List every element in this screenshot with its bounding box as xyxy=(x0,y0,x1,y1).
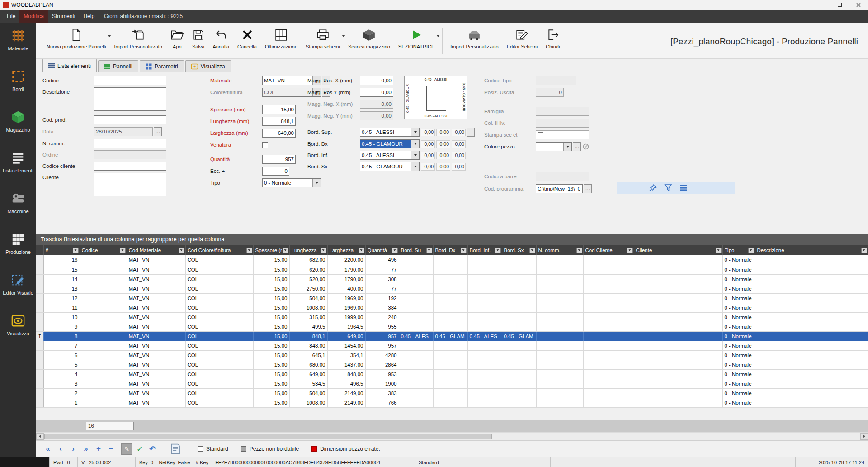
magg-neg-x-input[interactable]: 0,00 xyxy=(360,100,393,109)
cell-spessore[interactable]: 15,00 xyxy=(253,398,289,407)
cell-cod_colore[interactable]: COL xyxy=(185,369,253,379)
cell-cod_cliente[interactable] xyxy=(583,379,634,388)
column-header-spessore[interactable]: Spessore (n xyxy=(253,245,289,255)
column-filter-button[interactable] xyxy=(529,248,535,253)
cell-n_comm[interactable] xyxy=(536,322,583,331)
sidebar-item-magazzino[interactable]: Magazzino xyxy=(0,110,36,150)
row-indicator-cell[interactable] xyxy=(36,379,43,388)
cell-tipo[interactable]: 0 - Normale xyxy=(722,265,755,274)
chevron-down-icon[interactable] xyxy=(436,35,440,37)
cell-cod_materiale[interactable]: MAT_VN xyxy=(127,265,185,274)
column-filter-button[interactable] xyxy=(73,248,79,253)
cell-cod_cliente[interactable] xyxy=(583,331,634,341)
menu-modifica[interactable]: Modifica xyxy=(19,10,48,23)
cod-programma-browse-button[interactable]: … xyxy=(584,184,592,193)
tab-visualizza[interactable]: Visualizza xyxy=(185,60,231,72)
cell-bord_sx[interactable] xyxy=(502,303,536,312)
cell-cod_colore[interactable]: COL xyxy=(185,350,253,360)
cell-bord_sx[interactable] xyxy=(502,341,536,350)
cell-tipo[interactable]: 0 - Normale xyxy=(722,388,755,398)
cell-lunghezza[interactable]: 504,00 xyxy=(289,293,327,303)
list-view-icon[interactable] xyxy=(679,184,688,191)
cell-bord_inf[interactable] xyxy=(467,398,502,407)
cell-lunghezza[interactable]: 848,1 xyxy=(289,331,327,341)
last-record-button[interactable]: » xyxy=(80,443,91,455)
colore-pezzo-browse-button[interactable]: … xyxy=(573,142,581,151)
cell-bord_su[interactable] xyxy=(399,312,433,322)
cell-cod_colore[interactable]: COL xyxy=(185,322,253,331)
famiglia-input[interactable] xyxy=(536,107,589,116)
cell-n_comm[interactable] xyxy=(536,379,583,388)
cell-bord_sx[interactable]: 0.45 - GLAM xyxy=(502,331,536,341)
cell-cod_cliente[interactable] xyxy=(583,322,634,331)
chevron-down-icon[interactable] xyxy=(411,151,419,159)
cell-spessore[interactable]: 15,00 xyxy=(253,274,289,284)
cell-bord_su[interactable] xyxy=(399,398,433,407)
cell-bord_sx[interactable] xyxy=(502,322,536,331)
cell-n_comm[interactable] xyxy=(536,341,583,350)
cell-n_comm[interactable] xyxy=(536,274,583,284)
cell-bord_dx[interactable] xyxy=(433,284,467,293)
cell-cod_materiale[interactable]: MAT_VN xyxy=(127,303,185,312)
delete-button[interactable]: Cancella xyxy=(233,25,261,51)
cell-quantita[interactable]: 308 xyxy=(365,274,399,284)
cell-lunghezza[interactable]: 315,00 xyxy=(289,312,327,322)
confirm-record-button[interactable]: ✓ xyxy=(134,443,145,455)
cell-spessore[interactable]: 15,00 xyxy=(253,303,289,312)
cell-cod_colore[interactable]: COL xyxy=(185,379,253,388)
cell-cod_cliente[interactable] xyxy=(583,265,634,274)
notes-icon[interactable] xyxy=(170,443,180,454)
cell-tipo[interactable]: 0 - Normale xyxy=(722,293,755,303)
cell-codice[interactable] xyxy=(80,312,127,322)
import-custom-button[interactable]: Import Personalizzato xyxy=(110,25,166,51)
cell-bord_su[interactable] xyxy=(399,379,433,388)
data-browse-button[interactable]: … xyxy=(154,127,162,136)
cell-spessore[interactable]: 15,00 xyxy=(253,388,289,398)
cell-cod_colore[interactable]: COL xyxy=(185,388,253,398)
cell-larghezza[interactable]: 354,1 xyxy=(327,350,365,360)
column-filter-button[interactable] xyxy=(321,248,326,253)
cell-bord_dx[interactable] xyxy=(433,274,467,284)
cell-bord_inf[interactable]: 0.45 - ALES xyxy=(467,331,502,341)
cell-quantita[interactable]: 957 xyxy=(365,341,399,350)
cell-num[interactable]: 10 xyxy=(43,312,80,322)
cell-n_comm[interactable] xyxy=(536,312,583,322)
cell-descrizione[interactable] xyxy=(755,388,868,398)
column-filter-button[interactable] xyxy=(392,248,398,253)
column-header-descrizione[interactable]: Descrizione xyxy=(755,245,868,255)
data-input[interactable]: 28/10/2025 xyxy=(94,127,153,136)
cell-larghezza[interactable]: 2149,00 xyxy=(327,398,365,407)
cell-lunghezza[interactable]: 499,5 xyxy=(289,322,327,331)
n-comm-input[interactable] xyxy=(94,139,166,148)
venatura-checkbox[interactable] xyxy=(262,142,268,148)
cell-cod_colore[interactable]: COL xyxy=(185,398,253,407)
bord-inf-select[interactable]: 0.45 - ALESSI xyxy=(360,151,420,160)
cell-cliente[interactable] xyxy=(634,398,722,407)
cell-codice[interactable] xyxy=(80,360,127,369)
posiz-uscita-input[interactable]: 0 xyxy=(536,88,564,97)
cell-tipo[interactable]: 0 - Normale xyxy=(722,303,755,312)
cell-codice[interactable] xyxy=(80,331,127,341)
bord-sup-browse-button[interactable]: … xyxy=(467,128,475,137)
cell-cliente[interactable] xyxy=(634,274,722,284)
cell-n_comm[interactable] xyxy=(536,255,583,265)
table-row[interactable]: 3MAT_VNCOL15,00534,5496,519000 - Normale xyxy=(36,379,868,388)
cell-quantita[interactable]: 4280 xyxy=(365,350,399,360)
cell-bord_inf[interactable] xyxy=(467,341,502,350)
cell-larghezza[interactable]: 1969,00 xyxy=(327,303,365,312)
cell-tipo[interactable]: 0 - Normale xyxy=(722,284,755,293)
cell-codice[interactable] xyxy=(80,398,127,407)
cell-num[interactable]: 14 xyxy=(43,274,80,284)
undo-button[interactable]: Annulla xyxy=(208,25,233,51)
horizontal-scrollbar[interactable] xyxy=(36,432,868,440)
cell-num[interactable]: 13 xyxy=(43,284,80,293)
cell-bord_dx[interactable] xyxy=(433,293,467,303)
column-header-num[interactable]: # xyxy=(43,245,80,255)
cell-lunghezza[interactable]: 848,00 xyxy=(289,341,327,350)
table-row[interactable]: 4MAT_VNCOL15,00649,00848,009530 - Normal… xyxy=(36,369,868,379)
cell-cod_cliente[interactable] xyxy=(583,293,634,303)
cell-quantita[interactable]: 77 xyxy=(365,284,399,293)
table-row[interactable]: I8MAT_VNCOL15,00848,1649,009570.45 - ALE… xyxy=(36,331,868,341)
cell-cod_colore[interactable]: COL xyxy=(185,341,253,350)
column-header-cod_cliente[interactable]: Cod Cliente xyxy=(583,245,634,255)
